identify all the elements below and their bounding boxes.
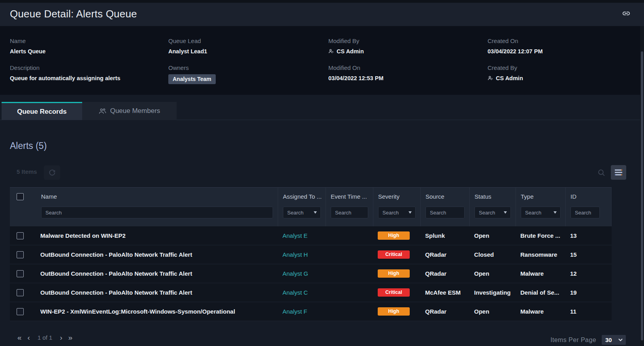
cell-status: Open <box>469 270 516 277</box>
cell-source: QRadar <box>420 270 469 277</box>
scrollbar-thumb[interactable] <box>641 51 643 340</box>
search-button[interactable] <box>594 165 609 180</box>
person-icon <box>328 49 334 54</box>
cell-assigned-to-link[interactable]: Analyst C <box>278 289 326 296</box>
cell-assigned-to-link[interactable]: Analyst G <box>278 270 326 277</box>
caret-down-icon <box>504 211 507 214</box>
filter-severity-dropdown[interactable]: Search <box>378 207 416 218</box>
cell-id: 15 <box>565 251 612 258</box>
filter-severity-label: Search <box>382 210 399 216</box>
cell-assigned-to-link[interactable]: Analyst H <box>278 251 326 258</box>
cell-type: Denial of Se... <box>516 289 565 296</box>
filter-id-input[interactable] <box>571 207 600 218</box>
prev-page-button[interactable]: ‹ <box>28 334 30 341</box>
first-page-button[interactable]: « <box>17 334 22 341</box>
cell-source: QRadar <box>420 308 469 315</box>
caret-down-icon <box>314 211 317 214</box>
severity-badge: Critical <box>378 288 410 297</box>
row-checkbox[interactable] <box>17 289 24 296</box>
cell-name: WIN-EP2 - XmlWinEventLog:Microsoft-Windo… <box>36 308 278 315</box>
alerts-section-title: Alerts (5) <box>10 141 47 151</box>
search-icon <box>597 169 606 177</box>
page-header: Queue Detail: Alerts Queue <box>0 0 644 26</box>
header-severity-col: Severity Search <box>373 188 420 226</box>
link-icon[interactable] <box>622 9 631 18</box>
table-row[interactable]: Malware Detected on WIN-EP2 Analyst E Hi… <box>10 226 612 245</box>
column-header-name[interactable]: Name <box>36 193 278 200</box>
select-all-checkbox[interactable] <box>17 193 24 200</box>
row-checkbox[interactable] <box>17 251 24 258</box>
severity-badge: High <box>378 307 410 316</box>
list-view-menu-button[interactable] <box>611 165 626 180</box>
field-modified-by: Modified By CS Admin <box>328 38 488 55</box>
table-row[interactable]: WIN-EP2 - XmlWinEventLog:Microsoft-Windo… <box>10 302 612 321</box>
cell-name: OutBound Connection - PaloAlto Network T… <box>36 270 278 277</box>
cell-id: 11 <box>565 308 612 315</box>
filter-source-input[interactable] <box>426 207 465 218</box>
tab-queue-members[interactable]: Queue Members <box>82 102 177 120</box>
next-page-button[interactable]: › <box>60 334 62 341</box>
last-page-button[interactable]: » <box>68 334 73 341</box>
field-created-on-value: 03/04/2022 12:07 PM <box>488 48 640 55</box>
cell-severity: High <box>373 269 420 278</box>
cell-id: 12 <box>565 270 612 277</box>
field-queue-lead-value: Analyst Lead1 <box>168 48 328 55</box>
table-row[interactable]: OutBound Connection - PaloAlto Network T… <box>10 283 612 302</box>
filter-status-dropdown[interactable]: Search <box>475 207 511 218</box>
column-header-id[interactable]: ID <box>566 193 612 200</box>
field-description: Description Queue for automatically assi… <box>10 64 168 84</box>
cell-assigned-to-link[interactable]: Analyst E <box>278 232 326 239</box>
modified-by-text: CS Admin <box>337 48 364 55</box>
header-status-col: Status Search <box>469 188 516 226</box>
field-modified-on-value: 03/04/2022 12:53 PM <box>328 75 488 81</box>
header-id-col: ID <box>565 188 612 226</box>
items-per-page-label: Items Per Page <box>550 337 596 344</box>
column-header-type[interactable]: Type <box>516 193 565 200</box>
cell-id: 19 <box>565 289 612 296</box>
list-view-icon <box>615 169 622 171</box>
cell-source: QRadar <box>420 251 469 258</box>
table-row[interactable]: OutBound Connection - PaloAlto Network T… <box>10 264 612 283</box>
field-queue-lead: Queue Lead Analyst Lead1 <box>168 38 328 55</box>
page-title: Queue Detail: Alerts Queue <box>10 8 137 20</box>
people-icon <box>99 108 106 115</box>
refresh-button[interactable] <box>44 165 60 180</box>
filter-name-input[interactable] <box>41 207 273 218</box>
field-modified-by-value: CS Admin <box>328 48 488 55</box>
header-event-time-col: Event Time ... <box>326 188 373 226</box>
alerts-table: Name Assigned To ... Search Event Time .… <box>10 187 612 321</box>
cell-severity: Critical <box>373 250 420 259</box>
tabs-bar: Queue Records Queue Members <box>0 102 640 120</box>
field-modified-on: Modified On 03/04/2022 12:53 PM <box>328 64 488 84</box>
chevron-down-icon <box>618 338 623 341</box>
filter-event-time-input[interactable] <box>331 207 368 218</box>
row-checkbox[interactable] <box>17 270 24 277</box>
filter-type-label: Search <box>525 210 541 216</box>
column-header-source[interactable]: Source <box>421 193 469 200</box>
pagination: « ‹ 1 of 1 › » <box>17 334 72 341</box>
cell-source: Splunk <box>420 232 469 239</box>
filter-type-dropdown[interactable]: Search <box>521 207 561 218</box>
caret-down-icon <box>554 211 557 214</box>
items-per-page-select[interactable]: 30 <box>602 335 626 345</box>
column-header-assigned-to[interactable]: Assigned To ... <box>278 193 326 200</box>
severity-badge: Critical <box>378 250 410 259</box>
column-header-event-time[interactable]: Event Time ... <box>326 193 373 200</box>
cell-status: Closed <box>469 251 516 258</box>
owners-team-badge[interactable]: Analysts Team <box>168 74 216 84</box>
cell-assigned-to-link[interactable]: Analyst F <box>278 308 326 315</box>
tab-queue-records-label: Queue Records <box>17 108 67 116</box>
cell-status: Investigating <box>469 289 516 296</box>
table-row[interactable]: OutBound Connection - PaloAlto Network T… <box>10 245 612 264</box>
filter-assigned-to-label: Search <box>287 210 303 216</box>
field-modified-by-label: Modified By <box>328 38 488 44</box>
row-checkbox[interactable] <box>17 308 24 315</box>
field-name-label: Name <box>10 38 168 44</box>
filter-assigned-to-dropdown[interactable]: Search <box>283 207 321 218</box>
tab-queue-records[interactable]: Queue Records <box>2 102 82 120</box>
column-header-severity[interactable]: Severity <box>373 193 420 200</box>
cell-type: Brute Force ... <box>516 232 565 239</box>
header-type-col: Type Search <box>516 188 565 226</box>
row-checkbox[interactable] <box>17 232 24 239</box>
column-header-status[interactable]: Status <box>470 193 516 200</box>
